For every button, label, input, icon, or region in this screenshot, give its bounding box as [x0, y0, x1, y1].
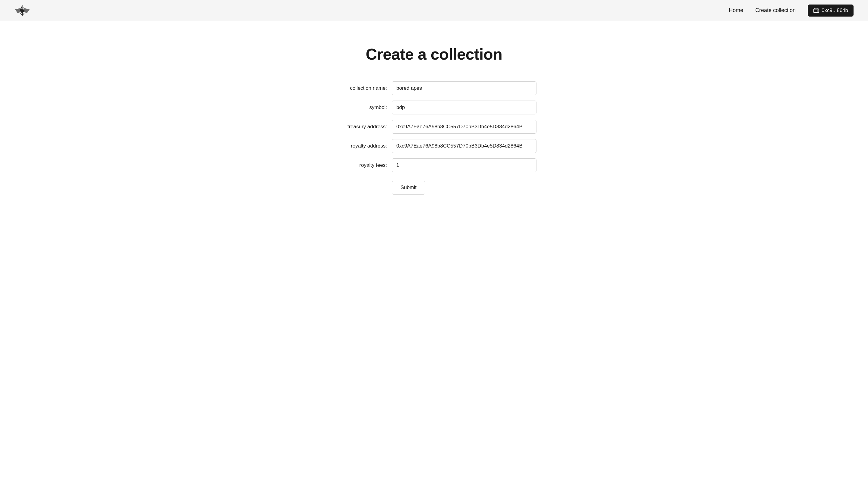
wallet-address: 0xc9...864b	[821, 8, 848, 14]
nav-create-collection-link[interactable]: Create collection	[755, 7, 796, 14]
treasury-address-row: treasury address:	[332, 120, 536, 134]
submit-button[interactable]: Submit	[392, 181, 425, 195]
nav: Home Create collection 0xc9...864b	[729, 4, 854, 16]
logo	[14, 3, 30, 18]
create-collection-form: collection name: symbol: treasury addres…	[332, 81, 536, 195]
treasury-address-label: treasury address:	[332, 124, 392, 130]
wallet-button[interactable]: 0xc9...864b	[808, 4, 854, 16]
main-content: Create a collection collection name: sym…	[0, 21, 868, 212]
symbol-input[interactable]	[392, 101, 536, 115]
header: Home Create collection 0xc9...864b	[0, 0, 868, 21]
royalty-fees-input[interactable]	[392, 158, 536, 172]
collection-name-label: collection name:	[332, 85, 392, 91]
svg-point-6	[23, 8, 24, 9]
page-title: Create a collection	[366, 45, 502, 63]
royalty-fees-label: royalty fees:	[332, 162, 392, 168]
symbol-label: symbol:	[332, 104, 392, 110]
royalty-address-input[interactable]	[392, 139, 536, 153]
collection-name-input[interactable]	[392, 81, 536, 95]
royalty-fees-row: royalty fees:	[332, 158, 536, 172]
nav-home-link[interactable]: Home	[729, 7, 743, 14]
wallet-icon	[813, 8, 819, 14]
svg-point-5	[21, 8, 22, 9]
submit-row: Submit	[332, 181, 536, 195]
collection-name-row: collection name:	[332, 81, 536, 95]
royalty-address-label: royalty address:	[332, 143, 392, 149]
treasury-address-input[interactable]	[392, 120, 536, 134]
royalty-address-row: royalty address:	[332, 139, 536, 153]
logo-icon	[14, 3, 30, 18]
symbol-row: symbol:	[332, 101, 536, 115]
svg-rect-8	[817, 11, 818, 11]
